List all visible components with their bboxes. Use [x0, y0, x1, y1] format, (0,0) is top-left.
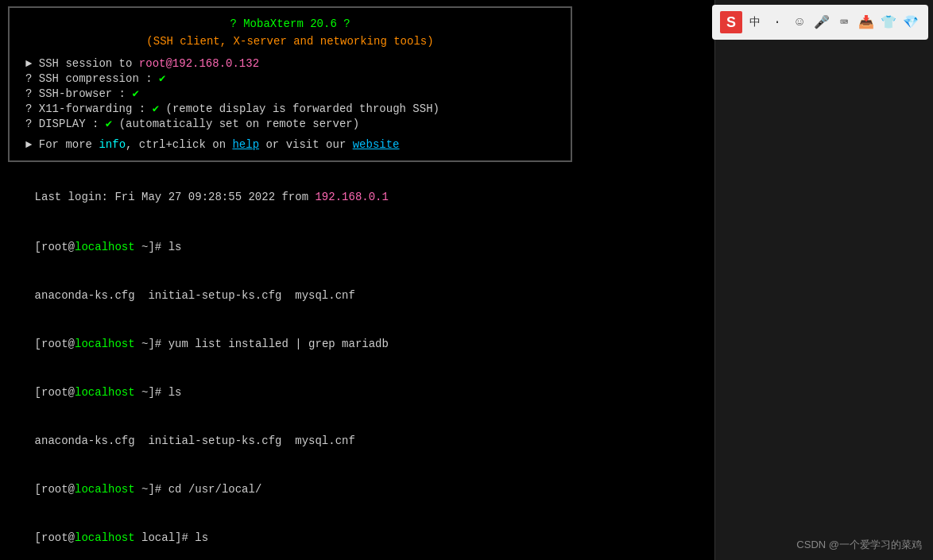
- welcome-subtitle: (SSH client, X-server and networking too…: [25, 35, 555, 48]
- cmd-line-4: [root@localhost ~]# cd /usr/local/: [8, 465, 707, 513]
- gem-icon[interactable]: 💎: [901, 13, 920, 32]
- cmd-line-5: [root@localhost local]# ls: [8, 513, 707, 560]
- cmd-line-2: [root@localhost ~]# yum list installed |…: [8, 320, 707, 369]
- display-line: ? DISPLAY : ✔ (automatically set on remo…: [25, 117, 555, 130]
- ssh-compression-line: ? SSH compression : ✔: [25, 71, 555, 85]
- welcome-box: ? MobaXterm 20.6 ? (SSH client, X-server…: [8, 6, 572, 162]
- ssh-browser-line: ? SSH-browser : ✔: [25, 87, 555, 100]
- dot-icon[interactable]: ·: [768, 13, 787, 32]
- cmd-line-3: [root@localhost ~]# ls: [8, 369, 707, 417]
- login-line: Last login: Fri May 27 09:28:55 2022 fro…: [8, 173, 707, 222]
- emoji-icon[interactable]: ☺: [790, 13, 809, 32]
- download-icon[interactable]: 📥: [857, 13, 876, 32]
- x11-forwarding-line: ? X11-forwarding : ✔ (remote display is …: [25, 102, 555, 115]
- terminal[interactable]: ? MobaXterm 20.6 ? (SSH client, X-server…: [0, 0, 715, 560]
- sidebar: S 中 · ☺ 🎤 ⌨ 📥 👕 💎 CSDN @一个爱学习的菜鸡: [715, 0, 933, 560]
- skin-icon[interactable]: 👕: [879, 13, 898, 32]
- sogou-icon[interactable]: S: [720, 11, 742, 33]
- more-info-line: ► For more info, ctrl+click on help or v…: [25, 138, 555, 151]
- output-3: anaconda-ks.cfg initial-setup-ks.cfg mys…: [8, 416, 707, 465]
- chinese-icon[interactable]: 中: [745, 13, 765, 32]
- ssh-session-line: ► SSH session to root@192.168.0.132: [25, 57, 555, 70]
- cmd-line-1: [root@localhost ~]# ls: [8, 223, 707, 272]
- toolbar[interactable]: S 中 · ☺ 🎤 ⌨ 📥 👕 💎: [712, 5, 928, 40]
- mic-icon[interactable]: 🎤: [812, 13, 831, 32]
- csdn-label: CSDN @一个爱学习的菜鸡: [785, 530, 933, 560]
- output-1: anaconda-ks.cfg initial-setup-ks.cfg mys…: [8, 272, 707, 320]
- keyboard-icon[interactable]: ⌨: [834, 13, 854, 32]
- welcome-title: ? MobaXterm 20.6 ?: [25, 17, 555, 30]
